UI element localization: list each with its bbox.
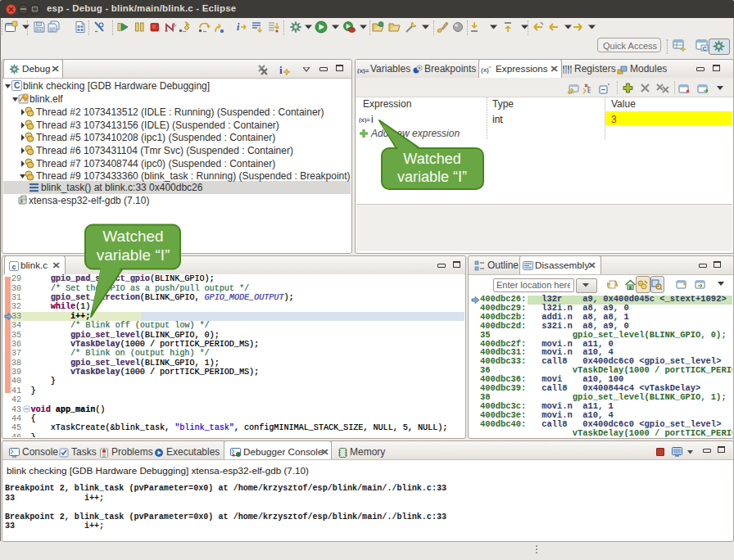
svg-text:(x)=: (x)=: [357, 67, 369, 74]
svg-text:i: i: [237, 21, 240, 33]
svg-text:(x)=: (x)=: [359, 116, 370, 123]
svg-text:i: i: [279, 64, 283, 76]
svg-text:c: c: [11, 263, 16, 271]
svg-text:C: C: [14, 81, 20, 90]
svg-text:(x): (x): [481, 66, 489, 74]
svg-text:C: C: [703, 46, 707, 52]
